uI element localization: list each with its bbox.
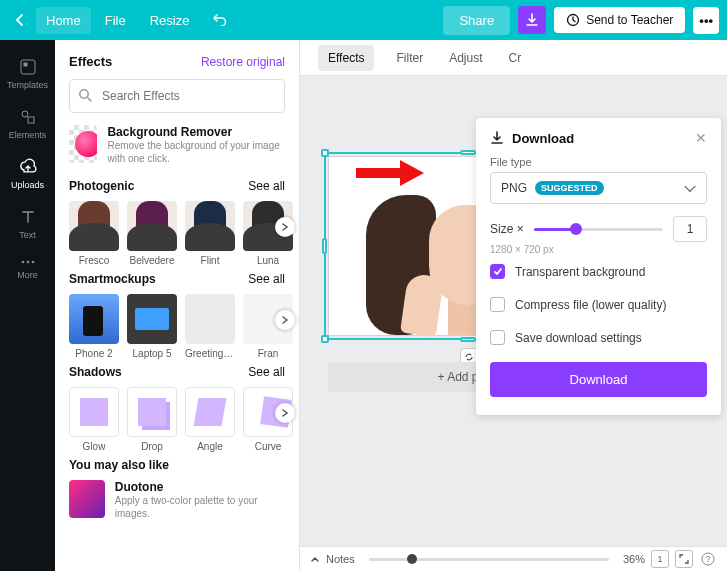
transparent-bg-option[interactable]: Transparent background xyxy=(490,255,707,288)
checkbox-checked[interactable] xyxy=(490,264,505,279)
svg-rect-2 xyxy=(23,63,27,67)
tab-filter[interactable]: Filter xyxy=(392,42,427,74)
effect-thumb[interactable]: Belvedere xyxy=(127,201,177,266)
more-icon xyxy=(19,258,37,266)
rail-text[interactable]: Text xyxy=(0,200,55,250)
close-button[interactable]: ✕ xyxy=(695,130,707,146)
svg-rect-4 xyxy=(28,117,34,123)
svg-point-5 xyxy=(21,261,24,264)
rail-label: Uploads xyxy=(0,180,55,190)
rail-label: More xyxy=(0,270,55,280)
svg-point-6 xyxy=(26,261,29,264)
checkbox[interactable] xyxy=(490,297,505,312)
svg-text:?: ? xyxy=(705,554,710,564)
thumb-caption: Luna xyxy=(243,255,293,266)
chevron-right-icon xyxy=(281,223,289,231)
section-title-smartmockups: Smartmockups xyxy=(69,272,156,286)
save-settings-option[interactable]: Save download settings xyxy=(490,321,707,354)
tab-effects[interactable]: Effects xyxy=(318,45,374,71)
seeall-shadows[interactable]: See all xyxy=(248,365,285,379)
effect-thumb[interactable]: Phone 2 xyxy=(69,294,119,359)
clock-icon xyxy=(566,13,580,27)
effect-thumb[interactable]: Angle xyxy=(185,387,235,452)
rail-templates[interactable]: Templates xyxy=(0,50,55,100)
chevron-right-icon xyxy=(281,316,289,324)
seeall-smartmockups[interactable]: See all xyxy=(248,272,285,286)
rail-uploads[interactable]: Uploads xyxy=(0,150,55,200)
effect-thumb[interactable]: Laptop 5 xyxy=(127,294,177,359)
effect-thumb[interactable]: Drop xyxy=(127,387,177,452)
file-type-select[interactable]: PNG SUGGESTED xyxy=(490,172,707,204)
zoom-knob[interactable] xyxy=(407,554,417,564)
thumb-caption: Phone 2 xyxy=(69,348,119,359)
page-count-button[interactable]: 1 xyxy=(651,550,669,568)
back-button[interactable] xyxy=(8,8,32,32)
send-to-teacher-button[interactable]: Send to Teacher xyxy=(554,7,685,33)
file-type-label: File type xyxy=(490,156,707,168)
left-rail: Templates Elements Uploads Text More xyxy=(0,40,55,571)
file-menu[interactable]: File xyxy=(95,7,136,34)
thumb-caption: Glow xyxy=(69,441,119,452)
resize-handle[interactable] xyxy=(321,149,329,157)
svg-rect-1 xyxy=(21,60,35,74)
effect-thumb[interactable]: Glow xyxy=(69,387,119,452)
top-bar-left: Home File Resize xyxy=(8,6,237,35)
size-slider[interactable] xyxy=(534,228,663,231)
search-icon xyxy=(78,88,92,102)
effect-thumb[interactable]: Flint xyxy=(185,201,235,266)
row-next-button[interactable] xyxy=(275,403,295,423)
resize-handle[interactable] xyxy=(321,335,329,343)
help-button[interactable]: ? xyxy=(699,550,717,568)
duotone-thumb xyxy=(69,480,105,518)
compress-option[interactable]: Compress file (lower quality) xyxy=(490,288,707,321)
fullscreen-icon xyxy=(679,554,689,564)
thumb-caption: Fran xyxy=(243,348,293,359)
download-top-button[interactable] xyxy=(518,6,546,34)
effect-thumb[interactable]: Greeting car... xyxy=(185,294,235,359)
share-button[interactable]: Share xyxy=(443,6,510,35)
download-panel: Download ✕ File type PNG SUGGESTED Size … xyxy=(476,118,721,415)
thumb-caption: Fresco xyxy=(69,255,119,266)
elements-icon xyxy=(19,108,37,126)
resize-menu[interactable]: Resize xyxy=(140,7,200,34)
rail-elements[interactable]: Elements xyxy=(0,100,55,150)
rail-more[interactable]: More xyxy=(0,250,55,290)
effect-thumb[interactable]: Fresco xyxy=(69,201,119,266)
section-title-shadows: Shadows xyxy=(69,365,122,379)
rail-label: Text xyxy=(0,230,55,240)
resize-handle[interactable] xyxy=(460,150,476,155)
image-tabs: Effects Filter Adjust Cr xyxy=(300,40,727,76)
tab-crop[interactable]: Cr xyxy=(505,42,526,74)
size-input[interactable]: 1 xyxy=(673,216,707,242)
zoom-value: 36% xyxy=(623,553,645,565)
uploads-icon xyxy=(19,158,37,176)
resize-handle[interactable] xyxy=(460,337,476,342)
svg-point-7 xyxy=(31,261,34,264)
download-button[interactable]: Download xyxy=(490,362,707,397)
resize-handle[interactable] xyxy=(322,238,327,254)
canvas-inner[interactable]: + Add page Download ✕ File type PNG SUGG… xyxy=(300,76,727,546)
page-sync-icon xyxy=(464,352,474,362)
top-bar-right: Share Send to Teacher ••• xyxy=(443,6,719,35)
home-button[interactable]: Home xyxy=(36,7,91,34)
notes-toggle[interactable]: Notes xyxy=(310,553,355,565)
svg-point-3 xyxy=(22,111,28,117)
background-remover-thumb xyxy=(69,125,97,163)
slider-knob[interactable] xyxy=(570,223,582,235)
duotone-item[interactable]: Duotone Apply a two-color palette to you… xyxy=(69,480,285,520)
row-next-button[interactable] xyxy=(275,217,295,237)
more-button[interactable]: ••• xyxy=(693,7,719,34)
checkbox[interactable] xyxy=(490,330,505,345)
row-next-button[interactable] xyxy=(275,310,295,330)
zoom-slider[interactable] xyxy=(369,558,609,561)
search-effects-input[interactable] xyxy=(69,79,285,113)
size-label: Size × xyxy=(490,222,524,236)
seeall-photogenic[interactable]: See all xyxy=(248,179,285,193)
fullscreen-button[interactable] xyxy=(675,550,693,568)
tab-adjust[interactable]: Adjust xyxy=(445,42,486,74)
background-remover-item[interactable]: Background Remover Remove the background… xyxy=(69,125,285,165)
size-dimensions: 1280 × 720 px xyxy=(490,244,707,255)
restore-original-link[interactable]: Restore original xyxy=(201,55,285,69)
duotone-title: Duotone xyxy=(115,480,285,494)
undo-button[interactable] xyxy=(203,6,237,35)
